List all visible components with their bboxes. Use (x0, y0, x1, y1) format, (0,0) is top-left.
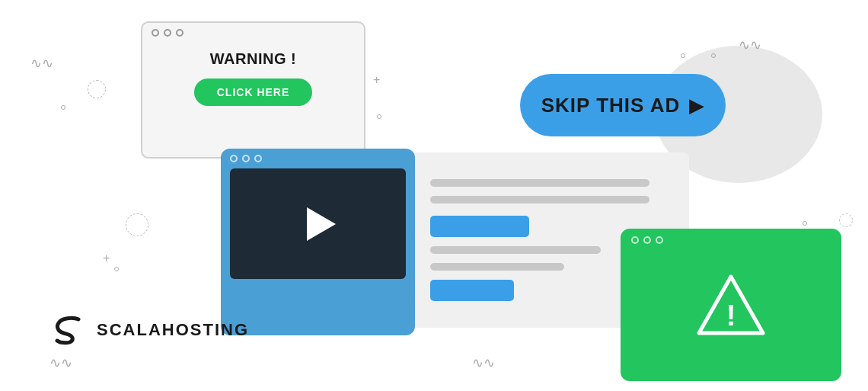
green-dot-3 (656, 236, 663, 244)
content-blue-btn-2[interactable] (430, 280, 514, 301)
logo-area: SCALAHOSTING (49, 315, 249, 345)
green-dot-1 (631, 236, 639, 244)
video-dot-1 (230, 155, 238, 162)
logo-text: SCALAHOSTING (97, 320, 249, 340)
warning-triangle-icon: ! (693, 271, 769, 339)
video-dot-3 (254, 155, 262, 162)
content-line-3 (430, 246, 601, 254)
warning-dot-1 (152, 29, 159, 37)
click-here-button[interactable]: CLICK HERE (194, 79, 313, 106)
content-line-1 (430, 179, 649, 187)
green-warning-window: ! (621, 229, 841, 381)
content-line-4 (430, 263, 564, 271)
content-line-2 (430, 196, 649, 204)
video-window (221, 149, 415, 335)
video-screen[interactable] (230, 168, 406, 279)
video-dot-2 (242, 155, 250, 162)
skip-ad-button[interactable]: SKIP THIS AD ▶ (520, 74, 726, 136)
svg-text:!: ! (726, 300, 736, 332)
play-button-icon[interactable] (307, 207, 336, 241)
warning-window: WARNING ! CLICK HERE (141, 21, 365, 159)
warning-titlebar (142, 23, 364, 43)
green-dot-2 (643, 236, 651, 244)
main-area: WARNING ! CLICK HERE SKIP THIS AD ▶ (0, 0, 868, 391)
skip-ad-label: SKIP THIS AD (541, 94, 680, 117)
warning-body: WARNING ! CLICK HERE (142, 43, 364, 121)
green-titlebar (621, 229, 841, 252)
skip-arrow-icon: ▶ (689, 94, 704, 117)
content-blue-btn-1[interactable] (430, 216, 529, 237)
warning-dot-2 (164, 29, 171, 37)
scala-logo-icon (49, 315, 88, 345)
video-titlebar (221, 149, 415, 168)
warning-dot-3 (176, 29, 183, 37)
green-body: ! (621, 252, 841, 358)
warning-title: WARNING ! (210, 50, 296, 68)
